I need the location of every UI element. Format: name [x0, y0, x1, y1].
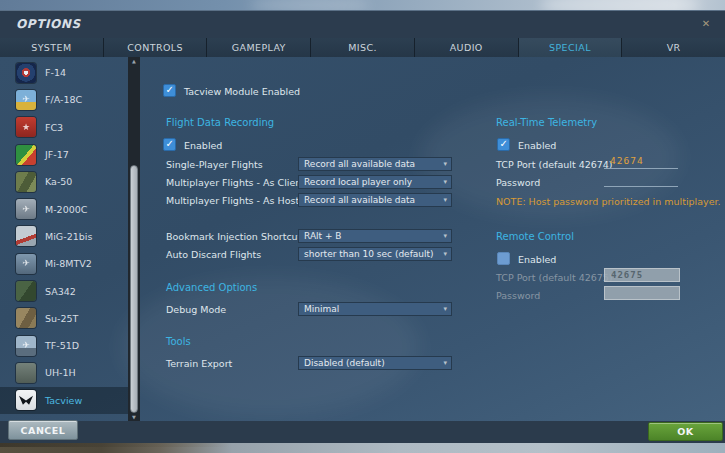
sidebar-item-label: F-14 [45, 67, 66, 78]
multiplayer-client-dropdown[interactable]: Record local player only ▾ [298, 175, 452, 189]
chevron-down-icon: ▾ [443, 196, 447, 204]
bookmark-shortcut-label: Bookmark Injection Shortcut [166, 231, 301, 242]
telemetry-tcp-port-input[interactable] [604, 153, 678, 169]
scroll-down-icon[interactable]: ▼ [128, 413, 140, 421]
remote-enabled-label: Enabled [518, 254, 556, 265]
terrain-export-dropdown[interactable]: Disabled (default) ▾ [298, 356, 452, 370]
tacview-module-enabled-label: Tacview Module Enabled [184, 86, 300, 97]
chevron-down-icon: ▾ [443, 305, 447, 313]
options-window: OPTIONS ✕ SYSTEM CONTROLS GAMEPLAY MISC.… [0, 0, 725, 453]
multiplayer-host-dropdown[interactable]: Record all available data ▾ [298, 193, 452, 207]
telemetry-password-input[interactable] [604, 171, 678, 187]
tacview-module-icon [16, 390, 36, 410]
sidebar-item-mi-8mtv2[interactable]: ✈ Mi-8MTV2 [0, 250, 128, 277]
sidebar-item-m-2000c[interactable]: ✈ M-2000C [0, 195, 128, 222]
remote-tcp-port-label: TCP Port (default 42675) [496, 272, 613, 283]
sidebar-item-fc3[interactable]: ★ FC3 [0, 114, 128, 141]
sidebar-item-label: F/A-18C [45, 94, 82, 105]
uh-1h-module-icon [16, 363, 36, 383]
background-terrain [0, 443, 725, 453]
m-2000c-module-icon: ✈ [16, 199, 36, 219]
ok-button[interactable]: OK [648, 422, 723, 441]
sidebar-item-uh-1h[interactable]: UH-1H [0, 359, 128, 386]
tf-51d-module-icon: ✈ [16, 336, 36, 356]
options-tab-bar: SYSTEM CONTROLS GAMEPLAY MISC. AUDIO SPE… [0, 38, 725, 57]
fa-18c-module-icon: ✈ [16, 90, 36, 110]
multiplayer-client-label: Multiplayer Flights - As Client [166, 177, 305, 188]
sidebar-scrollbar[interactable]: ▲ ▼ [128, 57, 140, 421]
remote-enabled-checkbox[interactable] [497, 252, 510, 265]
flight-data-recording-heading: Flight Data Recording [166, 117, 274, 128]
close-icon[interactable]: ✕ [699, 17, 713, 31]
multiplayer-host-label: Multiplayer Flights - As Host [166, 195, 299, 206]
tab-special[interactable]: SPECIAL [519, 38, 622, 57]
sidebar-item-label: MiG-21bis [45, 231, 92, 242]
sidebar-item-label: JF-17 [45, 149, 69, 160]
tab-audio[interactable]: AUDIO [415, 38, 518, 57]
sidebar-item-label: M-2000C [45, 204, 87, 215]
sidebar-item-tacview[interactable]: Tacview [0, 387, 128, 414]
scroll-up-icon[interactable]: ▲ [128, 57, 140, 65]
scrollbar-thumb[interactable] [130, 165, 138, 413]
advanced-options-heading: Advanced Options [166, 282, 257, 293]
bookmark-shortcut-dropdown[interactable]: RAlt + B ▾ [298, 229, 452, 243]
debug-mode-label: Debug Mode [166, 304, 226, 315]
sidebar-item-jf-17[interactable]: JF-17 [0, 141, 128, 168]
title-bar: OPTIONS ✕ [0, 10, 725, 38]
chevron-down-icon: ▾ [443, 359, 447, 367]
chevron-down-icon: ▾ [443, 250, 447, 258]
fc3-module-icon: ★ [16, 117, 36, 137]
page-title: OPTIONS [16, 17, 81, 31]
debug-mode-dropdown[interactable]: Minimal ▾ [298, 302, 452, 316]
sidebar-item-tf-51d[interactable]: ✈ TF-51D [0, 332, 128, 359]
fdr-enabled-checkbox[interactable] [163, 138, 176, 151]
sidebar-item-label: Su-25T [45, 313, 78, 324]
single-player-flights-label: Single-Player Flights [166, 159, 263, 170]
sidebar-item-sa342[interactable]: SA342 [0, 277, 128, 304]
sidebar-item-su-25t[interactable]: Su-25T [0, 305, 128, 332]
auto-discard-label: Auto Discard Flights [166, 249, 261, 260]
tab-controls[interactable]: CONTROLS [104, 38, 207, 57]
su-25t-module-icon [16, 308, 36, 328]
chevron-down-icon: ▾ [443, 232, 447, 240]
f-14-module-icon [16, 63, 36, 83]
terrain-export-label: Terrain Export [166, 358, 232, 369]
footer-bar [0, 421, 725, 443]
sidebar-item-label: Tacview [45, 395, 82, 406]
cloud-highlight [120, 277, 420, 417]
tab-gameplay[interactable]: GAMEPLAY [207, 38, 310, 57]
fdr-enabled-label: Enabled [184, 140, 222, 151]
sidebar-item-f-14[interactable]: F-14 [0, 59, 128, 86]
telemetry-enabled-checkbox[interactable] [497, 138, 510, 151]
sa342-module-icon [16, 281, 36, 301]
tab-vr[interactable]: VR [622, 38, 725, 57]
tab-system[interactable]: SYSTEM [0, 38, 103, 57]
sidebar-item-label: Ka-50 [45, 176, 72, 187]
sidebar-item-label: FC3 [45, 122, 63, 133]
sidebar-item-label: TF-51D [45, 340, 79, 351]
cancel-button[interactable]: CANCEL [8, 420, 78, 440]
sidebar-item-label: UH-1H [45, 367, 76, 378]
single-player-flights-dropdown[interactable]: Record all available data ▾ [298, 157, 452, 171]
ka-50-module-icon [16, 172, 36, 192]
sidebar-item-label: SA342 [45, 286, 76, 297]
remote-password-label: Password [496, 290, 540, 301]
remote-password-input[interactable] [604, 286, 680, 300]
sidebar-item-ka-50[interactable]: Ka-50 [0, 168, 128, 195]
sidebar-item-fa-18c[interactable]: ✈ F/A-18C [0, 86, 128, 113]
chevron-down-icon: ▾ [443, 178, 447, 186]
remote-tcp-port-input[interactable] [604, 268, 680, 282]
telemetry-tcp-port-label: TCP Port (default 42674) [496, 159, 613, 170]
telemetry-password-label: Password [496, 177, 540, 188]
chevron-down-icon: ▾ [443, 160, 447, 168]
sidebar-item-mig-21bis[interactable]: MiG-21bis [0, 223, 128, 250]
auto-discard-dropdown[interactable]: shorter than 10 sec (default) ▾ [298, 247, 452, 261]
tools-heading: Tools [166, 336, 191, 347]
telemetry-note: NOTE: Host password prioritized in multi… [496, 196, 721, 207]
tab-misc[interactable]: MISC. [311, 38, 414, 57]
real-time-telemetry-heading: Real-Time Telemetry [496, 117, 597, 128]
tacview-module-enabled-checkbox[interactable] [163, 84, 176, 97]
jf-17-module-icon [16, 145, 36, 165]
module-sidebar: F-14 ✈ F/A-18C ★ FC3 JF-17 Ka-50 ✈ M-200… [0, 57, 128, 421]
telemetry-enabled-label: Enabled [518, 140, 556, 151]
